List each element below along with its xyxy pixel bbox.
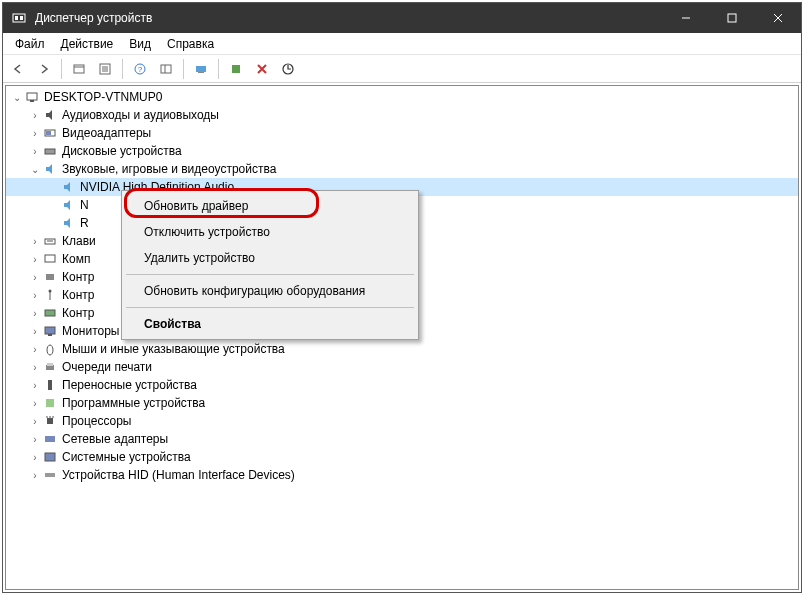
minimize-button[interactable] xyxy=(663,3,709,33)
maximize-button[interactable] xyxy=(709,3,755,33)
tree-category-network[interactable]: ›Сетевые адаптеры xyxy=(6,430,798,448)
show-hidden-button[interactable] xyxy=(68,58,90,80)
expand-icon[interactable]: › xyxy=(28,470,42,481)
svg-rect-15 xyxy=(161,65,171,73)
svg-rect-28 xyxy=(45,255,55,262)
tree-label: DESKTOP-VTNMUP0 xyxy=(44,90,162,104)
tree-category-processors[interactable]: ›Процессоры xyxy=(6,412,798,430)
computer-icon xyxy=(42,251,58,267)
context-scan-hardware[interactable]: Обновить конфигурацию оборудования xyxy=(124,278,416,304)
device-tree[interactable]: ⌄DESKTOP-VTNMUP0 ›Аудиовходы и аудиовыхо… xyxy=(5,85,799,590)
svg-rect-1 xyxy=(15,16,18,20)
expand-icon[interactable]: › xyxy=(28,236,42,247)
tree-category-mice[interactable]: ›Мыши и иные указывающие устройства xyxy=(6,340,798,358)
window-title: Диспетчер устройств xyxy=(35,11,663,25)
svg-rect-45 xyxy=(45,453,55,461)
expand-icon[interactable]: › xyxy=(28,254,42,265)
tree-label: Дисковые устройства xyxy=(62,144,182,158)
tree-category-portable[interactable]: ›Переносные устройства xyxy=(6,376,798,394)
back-button[interactable] xyxy=(7,58,29,80)
context-properties[interactable]: Свойства xyxy=(124,311,416,337)
tree-category-system[interactable]: ›Системные устройства xyxy=(6,448,798,466)
forward-button[interactable] xyxy=(33,58,55,80)
tree-category-print-queue[interactable]: ›Очереди печати xyxy=(6,358,798,376)
mouse-icon xyxy=(42,341,58,357)
toolbar-separator xyxy=(218,59,219,79)
expand-icon[interactable]: › xyxy=(28,326,42,337)
expand-icon[interactable]: ⌄ xyxy=(10,92,24,103)
tree-category-software[interactable]: ›Программные устройства xyxy=(6,394,798,412)
expand-icon[interactable]: › xyxy=(28,398,42,409)
hid-icon xyxy=(42,467,58,483)
svg-rect-29 xyxy=(46,274,54,280)
app-icon xyxy=(11,10,27,26)
view-button[interactable] xyxy=(155,58,177,80)
tree-category-disk[interactable]: ›Дисковые устройства xyxy=(6,142,798,160)
menu-view[interactable]: Вид xyxy=(121,35,159,53)
enable-button[interactable] xyxy=(225,58,247,80)
help-toolbar-button[interactable]: ? xyxy=(129,58,151,80)
disk-icon xyxy=(42,143,58,159)
tree-label: Звуковые, игровые и видеоустройства xyxy=(62,162,276,176)
portable-icon xyxy=(42,377,58,393)
svg-rect-4 xyxy=(728,14,736,22)
tree-label: Мыши и иные указывающие устройства xyxy=(62,342,285,356)
tree-label: Программные устройства xyxy=(62,396,205,410)
tree-category-audio-io[interactable]: ›Аудиовходы и аудиовыходы xyxy=(6,106,798,124)
menu-help[interactable]: Справка xyxy=(159,35,222,53)
properties-toolbar-button[interactable] xyxy=(94,58,116,80)
expand-icon[interactable]: › xyxy=(28,272,42,283)
controller-icon xyxy=(42,269,58,285)
tree-label: Клави xyxy=(62,234,96,248)
tree-label: Сетевые адаптеры xyxy=(62,432,168,446)
tree-category-sound[interactable]: ⌄Звуковые, игровые и видеоустройства xyxy=(6,160,798,178)
svg-rect-34 xyxy=(48,334,52,336)
svg-rect-37 xyxy=(47,363,53,366)
svg-rect-33 xyxy=(45,327,55,334)
monitor-icon xyxy=(42,323,58,339)
toolbar-separator xyxy=(122,59,123,79)
sound-device-icon xyxy=(60,179,76,195)
context-uninstall-device[interactable]: Удалить устройство xyxy=(124,245,416,271)
tree-label: Системные устройства xyxy=(62,450,191,464)
expand-icon[interactable]: › xyxy=(28,146,42,157)
menu-file[interactable]: Файл xyxy=(7,35,53,53)
computer-icon xyxy=(24,89,40,105)
expand-icon[interactable]: › xyxy=(28,452,42,463)
expand-icon[interactable]: › xyxy=(28,128,42,139)
audio-icon xyxy=(42,107,58,123)
uninstall-toolbar-button[interactable] xyxy=(251,58,273,80)
update-driver-button[interactable] xyxy=(277,58,299,80)
sound-device-icon xyxy=(60,197,76,213)
tree-root[interactable]: ⌄DESKTOP-VTNMUP0 xyxy=(6,88,798,106)
menu-action[interactable]: Действие xyxy=(53,35,122,53)
svg-text:?: ? xyxy=(138,65,143,74)
svg-rect-22 xyxy=(30,100,34,102)
expand-icon[interactable]: › xyxy=(28,416,42,427)
tree-category-video[interactable]: ›Видеоадаптеры xyxy=(6,124,798,142)
expand-icon[interactable]: › xyxy=(28,380,42,391)
svg-rect-46 xyxy=(45,473,55,477)
context-update-driver[interactable]: Обновить драйвер xyxy=(124,193,416,219)
context-disable-device[interactable]: Отключить устройство xyxy=(124,219,416,245)
expand-icon[interactable]: › xyxy=(28,362,42,373)
expand-icon[interactable]: › xyxy=(28,290,42,301)
scan-hardware-button[interactable] xyxy=(190,58,212,80)
display-adapter-icon xyxy=(42,125,58,141)
usb-icon xyxy=(42,287,58,303)
close-button[interactable] xyxy=(755,3,801,33)
device-manager-window: Диспетчер устройств Файл Действие Вид Сп… xyxy=(2,2,802,593)
tree-label: Устройства HID (Human Interface Devices) xyxy=(62,468,295,482)
tree-label: Процессоры xyxy=(62,414,132,428)
expand-icon[interactable]: › xyxy=(28,110,42,121)
svg-rect-18 xyxy=(198,72,204,73)
tree-label: Переносные устройства xyxy=(62,378,197,392)
svg-rect-7 xyxy=(74,65,84,73)
expand-icon[interactable]: › xyxy=(28,308,42,319)
expand-icon[interactable]: › xyxy=(28,344,42,355)
expand-icon[interactable]: ⌄ xyxy=(28,164,42,175)
tree-label: Очереди печати xyxy=(62,360,152,374)
expand-icon[interactable]: › xyxy=(28,434,42,445)
system-icon xyxy=(42,449,58,465)
tree-category-hid[interactable]: ›Устройства HID (Human Interface Devices… xyxy=(6,466,798,484)
